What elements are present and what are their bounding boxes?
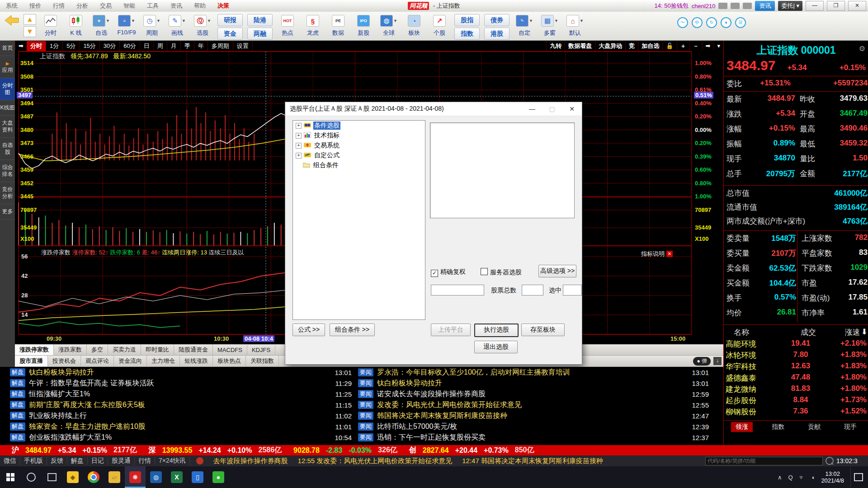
menu-决策[interactable]: 决策 — [212, 2, 235, 10]
notification-icon[interactable] — [850, 466, 866, 488]
taskbar-clock[interactable]: 13:022021/4/8 — [821, 470, 844, 484]
wechat-icon[interactable]: ● — [208, 466, 229, 488]
bell-icon[interactable] — [731, 3, 740, 9]
tool-默认[interactable]: ⌂▼默认 — [562, 14, 588, 37]
news-item[interactable]: 要闻发改委：风电光伏上网电价政策开始征求意见12:55 — [358, 400, 715, 410]
tool-F10/F9[interactable]: ≡▼F10/F9 — [114, 14, 139, 36]
tool-板块[interactable]: ◔板块 — [401, 14, 427, 37]
tool-热点[interactable]: HOT热点 — [275, 14, 300, 37]
tool-个股[interactable]: ↗个股 — [427, 14, 452, 37]
back-button[interactable] — [0, 14, 24, 29]
info-tab-观点评论[interactable]: 观点评论 — [81, 356, 114, 366]
stock-list-row[interactable]: 冰轮环境7.80+1.83% — [726, 350, 867, 361]
network-icon[interactable]: ᯤ — [799, 474, 805, 481]
period-tab-月[interactable]: 月 — [167, 41, 181, 51]
caret-down-icon[interactable]: ▼ — [106, 19, 110, 23]
exact-adjust-checkbox[interactable]: ✓精确复权 — [431, 268, 466, 277]
chart-tool-数据看盘[interactable]: 数据看盘 — [565, 41, 595, 51]
checkbox-checked-icon[interactable]: ✓ — [431, 270, 438, 277]
tree-item-交易系统[interactable]: +交易系统 — [293, 141, 425, 150]
gear-icon[interactable]: ⚙ — [859, 44, 865, 53]
tool-自定[interactable]: ✎▼自定 — [512, 14, 537, 37]
finance-app-icon[interactable]: ◆ — [62, 466, 83, 488]
replay-icon[interactable]: ↻ — [706, 17, 717, 28]
period-tab-30分[interactable]: 30分 — [100, 41, 120, 51]
menu-帮助[interactable]: 帮助 — [188, 2, 212, 10]
mic-icon[interactable]: ♦ — [721, 17, 731, 28]
tool-港股[interactable]: 港股 — [484, 28, 509, 40]
caret-down-icon[interactable]: ▼ — [156, 19, 160, 23]
menu-智能[interactable]: 智能 — [118, 2, 141, 10]
news-item[interactable]: 要闻迅销：下午一时正起恢复股份买卖12:37 — [358, 433, 715, 442]
stock-list-row[interactable]: 建龙微纳81.83+1.80% — [726, 384, 867, 394]
ticker-link-行情[interactable]: 行情 — [135, 457, 155, 465]
stock-list-row[interactable]: 柳钢股份7.36+1.52% — [726, 407, 867, 417]
tool-数据[interactable]: PE数据 — [326, 14, 351, 37]
menu-工具[interactable]: 工具 — [141, 2, 165, 10]
page-up-icon[interactable]: ▲ — [24, 14, 36, 25]
panel-tab-贡献[interactable]: 贡献 — [803, 422, 825, 432]
ticker-link-微信[interactable]: 微信 — [0, 457, 20, 465]
search-icon[interactable] — [826, 457, 834, 465]
dialog-close-button[interactable]: ✕ — [562, 103, 582, 115]
news-item[interactable]: 解盘恒指涨幅扩大至1%11:25 — [10, 389, 358, 399]
info-tab-资金流向[interactable]: 资金流向 — [114, 356, 147, 366]
formula-button[interactable]: 公式 >> — [292, 324, 325, 336]
menu-报价[interactable]: 报价 — [24, 2, 47, 10]
news-item[interactable]: 解盘前期“庄股”再度大涨 仁东控股6天5板11:15 — [10, 400, 358, 410]
stock-list-row[interactable]: 盛德鑫泰47.48+1.80% — [726, 373, 867, 383]
news-item[interactable]: 要闻比特币站上57000美元/枚12:39 — [358, 422, 715, 432]
zixun-button[interactable]: 资讯 — [755, 1, 775, 11]
combo-condition-button[interactable]: 组合条件 >> — [330, 324, 375, 336]
news-item[interactable]: 解盘乳业板块持续上行11:02 — [10, 411, 358, 421]
tree-item-自定公式[interactable]: +自定公式 — [293, 150, 425, 160]
caret-down-icon[interactable]: ▼ — [580, 19, 584, 23]
stock-list-row[interactable]: 起步股份8.84+1.73% — [726, 395, 867, 406]
period-tab-日[interactable]: 日 — [140, 41, 154, 51]
exit-screener-button[interactable]: 退出选股 — [474, 341, 518, 353]
period-tab-周[interactable]: 周 — [154, 41, 167, 51]
total-count-field[interactable] — [522, 285, 543, 296]
jump-icon[interactable]: ➡ — [702, 42, 714, 50]
selected-count-field[interactable] — [563, 285, 582, 296]
ticker-link-日记[interactable]: 日记 — [88, 457, 108, 465]
popup-toggle[interactable]: ● 弹 — [693, 357, 711, 366]
tray-expand-icon[interactable]: ∧ — [778, 474, 782, 481]
sidebar-item-K线图[interactable]: K线图 — [0, 100, 15, 116]
sidebar-item-更多[interactable]: 更多 — [0, 204, 15, 220]
tool-选股[interactable]: Ⓠ▼选股 — [190, 14, 215, 37]
info-tab-板块热点[interactable]: 板块热点 — [213, 356, 246, 366]
condition-listbox[interactable] — [430, 122, 575, 218]
caret-down-icon[interactable]: ▼ — [182, 19, 186, 23]
period-tab-分时[interactable]: 分时 — [27, 41, 46, 51]
stock-count-field[interactable] — [431, 285, 484, 296]
plus-icon[interactable]: ＋ — [677, 41, 689, 51]
menu-icon[interactable]: ☰ — [735, 17, 746, 28]
close-button[interactable]: ✕ — [848, 1, 866, 11]
tree-item-技术指标[interactable]: +技术指标 — [293, 131, 425, 141]
advanced-options-button[interactable]: 高级选项 >> — [538, 265, 576, 277]
news-item[interactable]: 要闻钛白粉板块异动拉升13:01 — [358, 379, 715, 388]
menu-分析[interactable]: 分析 — [71, 2, 94, 10]
stock-list-row[interactable]: 华宇科技12.63+1.83% — [726, 361, 867, 372]
tool-自选[interactable]: ★▼自选 — [89, 14, 114, 37]
lock-icon[interactable]: 🔓 — [662, 42, 676, 50]
indicator-tab-多空[interactable]: 多空 — [87, 344, 108, 355]
news-item[interactable]: 要闻罗永浩：今年目标收入至少100亿，启动对网红主播教育培训13:01 — [358, 368, 715, 377]
minus-icon[interactable]: － — [689, 41, 702, 51]
sidebar-item-首页[interactable]: 首页 — [0, 41, 15, 56]
tool-两融[interactable]: 两融 — [247, 28, 273, 40]
scroll-down-icon[interactable]: ↓ — [713, 357, 722, 365]
caret-down-icon[interactable]: ▼ — [207, 19, 211, 23]
chart-tool-九转[interactable]: 九转 — [546, 41, 565, 51]
sidebar-item-综合排名[interactable]: 综合排名 — [0, 160, 15, 182]
server-select-checkbox[interactable]: 服务器选股 — [481, 268, 522, 277]
ticker-link-手机版[interactable]: 手机版 — [20, 457, 47, 465]
sidebar-item-大盘资料[interactable]: 大盘资料 — [0, 116, 15, 138]
period-tab-1分[interactable]: 1分 — [46, 41, 63, 51]
tool-新股[interactable]: IPO新股 — [351, 14, 376, 37]
sort-down-icon[interactable]: ⬇ — [861, 327, 868, 338]
ticker-link-7×24快讯[interactable]: 7×24快讯 — [155, 457, 190, 465]
indicator-tab-买卖力道[interactable]: 买卖力道 — [108, 344, 141, 355]
tool-分时[interactable]: 分时 — [38, 14, 63, 37]
